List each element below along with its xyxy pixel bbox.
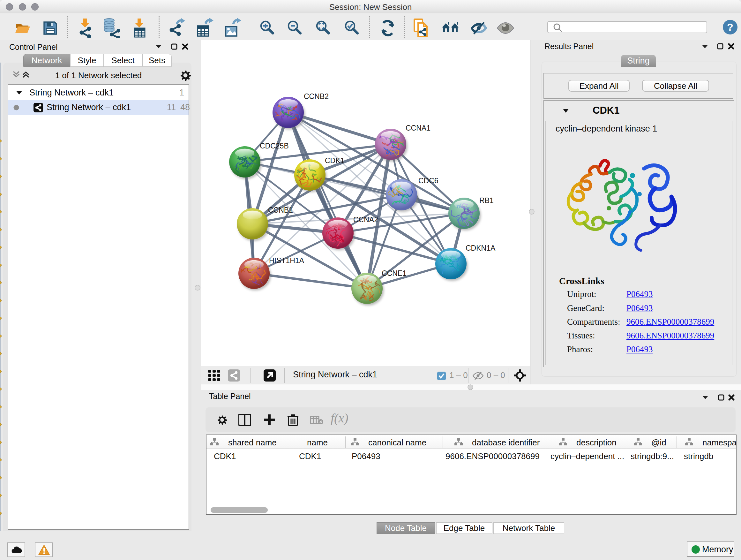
svg-text:CCNE1: CCNE1: [382, 269, 407, 277]
svg-text:CCNB1: CCNB1: [268, 206, 293, 214]
svg-text:CCNA2: CCNA2: [353, 215, 378, 224]
svg-text:HIST1H1A: HIST1H1A: [269, 256, 305, 265]
svg-text:CCNA1: CCNA1: [406, 124, 430, 132]
svg-text:CDC25B: CDC25B: [260, 142, 289, 150]
svg-text:CDC6: CDC6: [418, 177, 439, 185]
svg-text:CDKN1A: CDKN1A: [466, 244, 495, 252]
svg-text:CCNB2: CCNB2: [304, 92, 329, 101]
svg-text:RB1: RB1: [479, 196, 494, 205]
svg-text:CDK1: CDK1: [325, 157, 344, 165]
